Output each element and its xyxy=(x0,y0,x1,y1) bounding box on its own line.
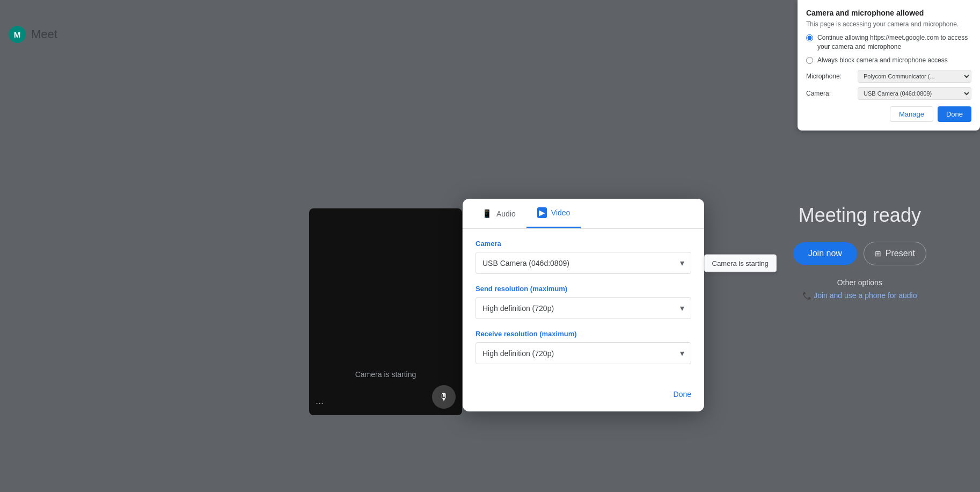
settings-done-row: Done xyxy=(463,386,704,411)
radio-continue[interactable]: Continue allowing https://meet.google.co… xyxy=(806,33,971,52)
permission-desc: This page is accessing your camera and m… xyxy=(806,20,971,28)
camera-row: Camera: USB Camera (046d:0809) xyxy=(806,87,971,100)
camera-label: Camera: xyxy=(806,90,853,97)
phone-audio-label: Join and use a phone for audio xyxy=(814,291,917,300)
audio-tab-label: Audio xyxy=(496,209,516,218)
permission-popup-buttons: Manage Done xyxy=(806,106,971,122)
audio-tab-icon: 📱 xyxy=(482,209,492,219)
send-resolution-value: High definition (720p) xyxy=(482,304,680,313)
radio-block-input[interactable] xyxy=(806,57,813,64)
settings-tabs: 📱 Audio ▶ Video xyxy=(463,199,704,229)
camera-dropdown-row: USB Camera (046d:0809) ▾ Camera is start… xyxy=(476,252,691,274)
present-icon: ⊞ xyxy=(875,249,881,258)
settings-modal: 📱 Audio ▶ Video Camera USB Camera (046d:… xyxy=(463,199,704,411)
video-preview: Camera is starting ··· 🎙 xyxy=(309,208,462,415)
send-resolution-arrow[interactable]: ▾ xyxy=(680,303,684,313)
microphone-label: Microphone: xyxy=(806,73,853,80)
settings-done-button[interactable]: Done xyxy=(674,386,691,403)
video-tab-label: Video xyxy=(551,208,571,217)
permission-title: Camera and microphone allowed xyxy=(806,9,971,17)
camera-dropdown-value: USB Camera (046d:0809) xyxy=(482,259,680,267)
mic-toggle-btn[interactable]: 🎙 xyxy=(432,385,456,409)
permission-done-button[interactable]: Done xyxy=(938,106,971,122)
camera-starting-text: Camera is starting xyxy=(355,370,416,379)
microphone-select[interactable]: Polycom Communicator (... xyxy=(858,70,971,83)
radio-continue-label: Continue allowing https://meet.google.co… xyxy=(817,33,971,52)
camera-dropdown-arrow[interactable]: ▾ xyxy=(680,258,684,268)
permission-popup: Camera and microphone allowed This page … xyxy=(798,0,980,131)
radio-continue-input[interactable] xyxy=(806,34,813,41)
present-label: Present xyxy=(886,249,915,258)
receive-resolution-arrow[interactable]: ▾ xyxy=(680,348,684,358)
meeting-ready-panel: Meeting ready Join now ⊞ Present Other o… xyxy=(793,204,926,300)
receive-resolution-dropdown-row: High definition (720p) ▾ xyxy=(476,342,691,364)
camera-section-label: Camera xyxy=(476,240,691,248)
video-tab-icon: ▶ xyxy=(537,207,547,218)
phone-audio-link[interactable]: 📞 Join and use a phone for audio xyxy=(793,291,926,300)
video-bottom-controls: ··· xyxy=(316,397,324,409)
meet-header: M Meet xyxy=(0,19,66,49)
meeting-ready-title: Meeting ready xyxy=(793,204,926,227)
settings-body: Camera USB Camera (046d:0809) ▾ Camera i… xyxy=(463,229,704,386)
join-now-button[interactable]: Join now xyxy=(793,242,857,265)
other-options-label: Other options xyxy=(793,278,926,287)
tab-video[interactable]: ▶ Video xyxy=(526,199,581,228)
camera-select[interactable]: USB Camera (046d:0809) xyxy=(858,87,971,100)
phone-icon: 📞 xyxy=(802,291,811,300)
meet-logo: M xyxy=(9,26,26,43)
send-resolution-label: Send resolution (maximum) xyxy=(476,285,691,293)
radio-block-label: Always block camera and microphone acces… xyxy=(817,56,948,65)
meet-title: Meet xyxy=(31,27,57,41)
radio-block[interactable]: Always block camera and microphone acces… xyxy=(806,56,971,65)
present-button[interactable]: ⊞ Present xyxy=(864,242,926,265)
manage-button[interactable]: Manage xyxy=(890,106,933,122)
microphone-row: Microphone: Polycom Communicator (... xyxy=(806,70,971,83)
meeting-ready-buttons: Join now ⊞ Present xyxy=(793,242,926,265)
receive-resolution-value: High definition (720p) xyxy=(482,349,680,358)
receive-resolution-label: Receive resolution (maximum) xyxy=(476,330,691,338)
send-resolution-dropdown-row: High definition (720p) ▾ xyxy=(476,297,691,319)
tab-audio[interactable]: 📱 Audio xyxy=(471,199,526,228)
more-options-icon[interactable]: ··· xyxy=(316,397,324,409)
camera-starting-badge: Camera is starting xyxy=(704,254,777,272)
